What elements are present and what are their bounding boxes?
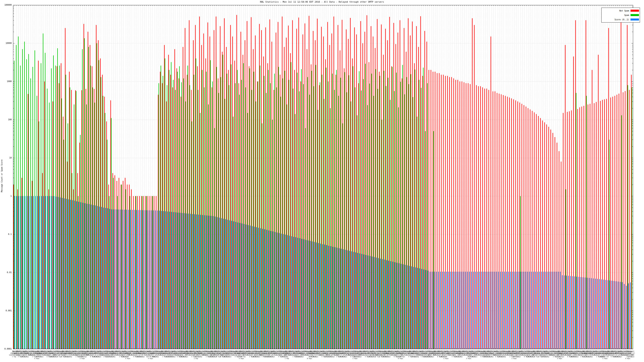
y-axis-label: Message Count or Spam Score [1, 144, 3, 208]
legend-label-score: Score (0..1) [614, 18, 629, 21]
chart-title: RBL Statistics - Mon Jul 11 12:58:06 EDT… [0, 0, 644, 3]
legend-swatch-spam [630, 14, 639, 16]
legend-item-spam: Spam [602, 13, 639, 17]
legend-label-not-spam: Not Spam [620, 10, 629, 12]
rbl-statistics-chart: RBL Statistics - Mon Jul 11 12:58:06 EDT… [0, 0, 644, 362]
legend-item-score: Score (0..1) [602, 18, 639, 21]
chart-canvas [0, 0, 644, 362]
legend-swatch-score [630, 18, 639, 20]
legend-swatch-not-spam [630, 10, 639, 12]
legend: Not Spam Spam Score (0..1) [601, 8, 640, 22]
legend-label-spam: Spam [624, 14, 629, 16]
legend-item-not-spam: Not Spam [602, 9, 639, 12]
